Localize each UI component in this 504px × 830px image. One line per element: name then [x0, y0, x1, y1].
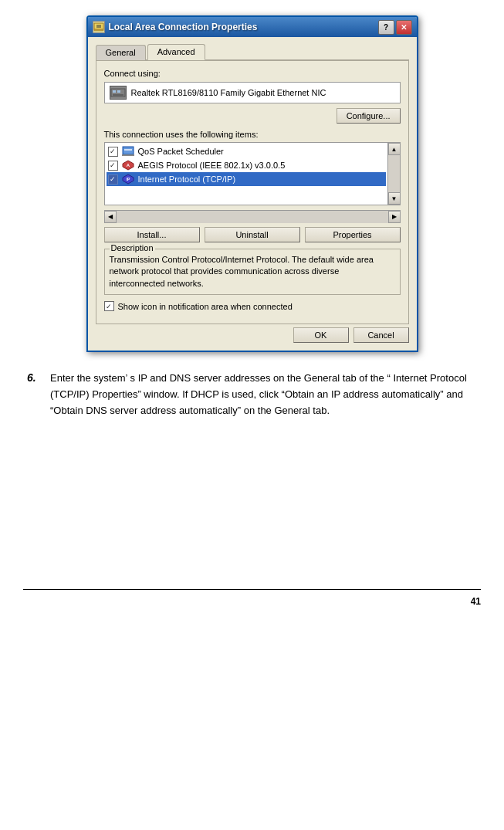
dialog-title: Local Area Connection Properties [109, 22, 258, 32]
list-item[interactable]: ✓ QoS Packet Scheduler [107, 144, 386, 158]
svg-text:A: A [126, 163, 130, 168]
properties-button[interactable]: Properties [305, 227, 401, 242]
title-left: Local Area Connection Properties [93, 21, 258, 33]
help-button[interactable]: ? [378, 20, 394, 35]
scroll-track-h [117, 211, 388, 223]
cancel-button[interactable]: Cancel [353, 327, 409, 343]
item-name-1: AEGIS Protocol (IEEE 802.1x) v3.0.0.5 [138, 161, 286, 170]
page-number: 41 [471, 596, 481, 607]
svg-rect-5 [113, 90, 116, 93]
item-icon-qos [122, 146, 134, 157]
configure-button[interactable]: Configure... [337, 108, 401, 124]
item-icon-tcpip: IP [122, 174, 134, 185]
items-list-container: ✓ QoS Packet Scheduler [104, 142, 401, 205]
ok-button[interactable]: OK [293, 327, 349, 343]
tab-general[interactable]: General [96, 45, 146, 60]
list-item[interactable]: ✓ A AEGIS Protocol (IEEE 802.1x) v3.0.0.… [107, 158, 386, 172]
bottom-line: 41 [23, 589, 481, 607]
items-label: This connection uses the following items… [104, 130, 401, 139]
install-button[interactable]: Install... [104, 227, 200, 242]
item-checkbox-1[interactable]: ✓ [108, 161, 118, 171]
horizontal-scrollbar[interactable]: ◀ ▶ [104, 210, 401, 222]
svg-rect-11 [122, 154, 134, 156]
nic-name: Realtek RTL8169/8110 Family Gigabit Ethe… [131, 88, 326, 97]
bottom-buttons: OK Cancel [96, 324, 409, 343]
uninstall-button[interactable]: Uninstall [205, 227, 300, 242]
item-icon-aegis: A [122, 160, 134, 171]
scroll-up-arrow[interactable]: ▲ [388, 143, 401, 155]
tab-bar: General Advanced [96, 43, 409, 60]
svg-rect-1 [94, 29, 103, 31]
connect-using-label: Connect using: [104, 69, 401, 78]
nic-icon [110, 86, 127, 100]
svg-rect-10 [124, 149, 132, 151]
item-checkbox-0[interactable]: ✓ [108, 147, 118, 157]
svg-rect-7 [113, 94, 123, 96]
svg-rect-0 [94, 23, 103, 29]
show-icon-checkbox[interactable]: ✓ [104, 301, 114, 311]
description-title: Description [110, 243, 155, 252]
list-item[interactable]: ✓ IP Internet Protocol (TCP/IP) [107, 172, 386, 186]
scroll-left-arrow[interactable]: ◀ [104, 211, 117, 223]
item-checkbox-2[interactable]: ✓ [108, 174, 118, 185]
step-number: 6. [27, 371, 42, 418]
dialog-body: General Advanced Connect using: [88, 37, 417, 351]
item-name-2: Internet Protocol (TCP/IP) [138, 174, 236, 184]
tab-panel: Connect using: Realtek RTL8169/8110 Fami… [96, 60, 409, 324]
svg-rect-6 [117, 90, 120, 93]
show-icon-label: Show icon in notification area when conn… [118, 302, 293, 311]
close-button[interactable]: ✕ [396, 20, 412, 35]
show-icon-row[interactable]: ✓ Show icon in notification area when co… [104, 301, 401, 311]
nic-box: Realtek RTL8169/8110 Family Gigabit Ethe… [104, 82, 401, 103]
scroll-down-arrow[interactable]: ▼ [388, 192, 401, 205]
titlebar: Local Area Connection Properties ? ✕ [88, 17, 417, 37]
configure-btn-row: Configure... [104, 108, 401, 124]
title-buttons: ? ✕ [378, 20, 412, 35]
instruction-text: Enter the system’ s IP and DNS server ad… [50, 371, 477, 418]
dialog-window: Local Area Connection Properties ? ✕ Gen… [86, 15, 418, 352]
description-text: Transmission Control Protocol/Internet P… [110, 254, 395, 290]
tab-advanced[interactable]: Advanced [147, 44, 205, 60]
title-icon [93, 21, 105, 33]
svg-text:IP: IP [126, 177, 130, 181]
vertical-scrollbar[interactable]: ▲ ▼ [387, 143, 400, 205]
description-group: Description Transmission Control Protoco… [104, 249, 401, 295]
items-list: ✓ QoS Packet Scheduler [105, 143, 400, 205]
instruction-block: 6. Enter the system’ s IP and DNS server… [23, 371, 481, 418]
button-row-iup: Install... Uninstall Properties [104, 227, 401, 242]
scroll-track [388, 155, 400, 192]
scroll-right-arrow[interactable]: ▶ [388, 211, 401, 223]
item-name-0: QoS Packet Scheduler [138, 147, 224, 156]
page-wrapper: Local Area Connection Properties ? ✕ Gen… [23, 15, 481, 607]
